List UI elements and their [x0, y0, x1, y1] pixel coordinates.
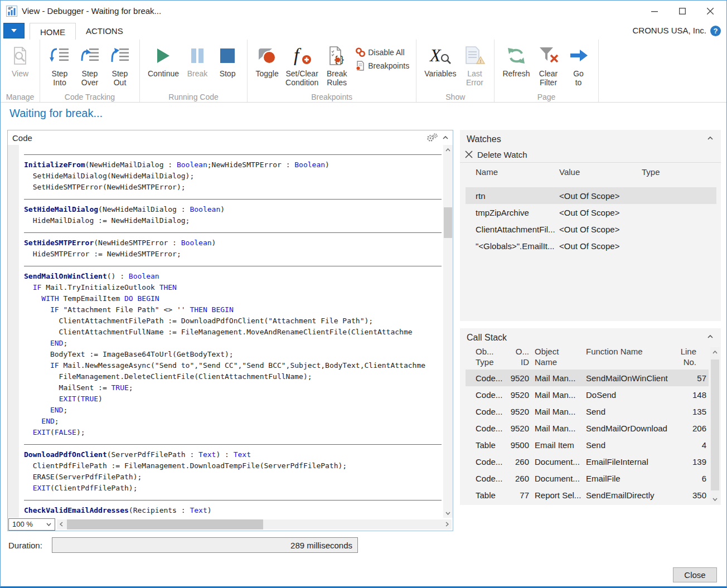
collapse-watches-chevron-up-icon[interactable]: [707, 137, 713, 140]
column-header-object-id[interactable]: O...ID: [508, 346, 529, 367]
breakpoints-button[interactable]: Breakpoints: [355, 59, 409, 72]
code-token: TRUE: [112, 383, 129, 392]
break-label: Break: [187, 69, 208, 78]
column-header-type[interactable]: Type: [642, 167, 721, 177]
call-stack-row[interactable]: Table77Report Sel...SendEmailDirectly350: [466, 487, 709, 503]
maximize-button[interactable]: [668, 1, 696, 22]
set-clear-condition-button[interactable]: f Set/Clear Condition: [282, 41, 322, 88]
code-token: ClientPdfFilePath := FileManagement.Down…: [24, 461, 347, 470]
view-button[interactable]: View: [5, 41, 35, 79]
call-stack-row[interactable]: Table9500Email ItemSend4: [466, 436, 709, 453]
watches-rows: rtn<Out Of Scope>tmpZipArchive<Out Of Sc…: [460, 181, 721, 254]
code-line: FileManagement.DeleteClientFile(ClientAt…: [24, 371, 443, 382]
column-header-line-no[interactable]: LineNo.: [666, 346, 696, 367]
code-token: [207, 305, 212, 314]
last-error-button[interactable]: ! Last Error: [459, 41, 489, 88]
watch-row[interactable]: tmpZipArchive<Out Of Scope>: [466, 204, 716, 221]
call-stack-row[interactable]: Code...9520Mail Man...SendMailOnWinClien…: [466, 370, 709, 386]
code-token: Boolean: [181, 239, 212, 247]
disable-all-button[interactable]: Disable All: [355, 46, 409, 59]
code-panel: Code InitializeFrom(NewHideMailDialog : …: [7, 130, 453, 531]
go-to-button[interactable]: Go to: [564, 41, 594, 88]
scroll-up-button[interactable]: [710, 347, 720, 357]
close-window-button[interactable]: [696, 1, 724, 22]
code-line: ClientAttachmentFullName := FileManageme…: [24, 327, 443, 338]
code-token: BodyText := ImageBase64ToUrl(GetBodyText…: [24, 350, 234, 358]
code-line: EXIT(TRUE): [24, 393, 443, 405]
toggle-breakpoint-icon: [256, 46, 278, 65]
call-stack-scrollbar[interactable]: [710, 347, 720, 504]
column-header-object-name[interactable]: ObjectName: [535, 346, 584, 367]
settings-gears-icon[interactable]: [426, 133, 438, 142]
toggle-breakpoint-button[interactable]: Toggle: [252, 41, 282, 79]
scroll-thumb[interactable]: [67, 519, 263, 529]
collapse-code-chevron-up-icon[interactable]: [443, 136, 448, 139]
call-stack-row[interactable]: Code...9520Mail Man...DoSend148: [466, 386, 709, 403]
close-button[interactable]: Close: [673, 567, 717, 582]
zoom-select[interactable]: 100 %: [8, 518, 55, 531]
call-stack-row[interactable]: Code...9520Mail Man...SendMailOrDownload…: [466, 420, 709, 436]
title-bar: View - Debugger - Waiting for break...: [1, 1, 726, 22]
watch-row[interactable]: rtn<Out Of Scope>: [466, 187, 716, 204]
column-header-value[interactable]: Value: [559, 167, 642, 177]
scroll-thumb[interactable]: [444, 207, 452, 238]
break-rules-button[interactable]: { } Break Rules: [322, 41, 352, 88]
call-stack-row[interactable]: Code...9520Mail Man...Send135: [466, 403, 709, 420]
column-header-object-type[interactable]: Ob...Type: [476, 346, 508, 367]
group-label-code-tracking: Code Tracking: [40, 93, 139, 101]
app-menu-button[interactable]: [3, 23, 25, 38]
delete-watch-button[interactable]: Delete Watch: [460, 147, 721, 163]
collapse-call-stack-chevron-up-icon[interactable]: [707, 335, 713, 338]
code-token: BEGIN: [212, 305, 234, 314]
column-header-function-name[interactable]: Function Name: [586, 346, 666, 367]
code-editor-area[interactable]: InitializeFrom(NewHideMailDialog : Boole…: [8, 145, 453, 518]
tab-actions[interactable]: ACTIONS: [76, 22, 133, 40]
scroll-right-button[interactable]: [443, 519, 452, 529]
call-stack-row[interactable]: Code...260Document...EmailFileInternal13…: [466, 453, 709, 470]
column-header-name[interactable]: Name: [476, 167, 559, 177]
code-line: HideMailDialog := NewHideMailDialog;: [24, 215, 443, 226]
code-token: Mail.NewMessageAsync("Send to","Send CC"…: [59, 361, 425, 370]
code-line: ClientPdfFilePath := FileManagement.Down…: [24, 460, 443, 472]
watch-cell: ClientAttachmentFil...: [476, 225, 559, 234]
continue-button[interactable]: Continue: [144, 41, 182, 79]
break-button[interactable]: Break: [182, 41, 212, 79]
help-icon[interactable]: ?: [710, 26, 721, 36]
chevron-down-icon: [445, 512, 450, 515]
code-token: IF: [50, 361, 59, 370]
call-stack-row[interactable]: Code...260Document...EmailFile6: [466, 470, 709, 487]
code-token: WITH: [41, 294, 59, 303]
stop-button[interactable]: Stop: [212, 41, 243, 79]
clear-filter-button[interactable]: Clear Filter: [534, 41, 564, 88]
code-token: [24, 417, 41, 425]
code-token: ClientAttachmentFullName := FileManageme…: [24, 328, 413, 336]
code-horizontal-scrollbar[interactable]: [57, 519, 452, 529]
code-token: Mail.TryInitializeOutlook: [41, 283, 159, 291]
watch-row[interactable]: "<Globals>".EmailIt...<Out Of Scope>: [466, 237, 716, 254]
step-over-button[interactable]: Step Over: [75, 41, 105, 88]
tab-home[interactable]: HOME: [30, 23, 76, 40]
code-token: FALSE: [55, 428, 76, 436]
call-stack-cell: 9520: [508, 390, 529, 400]
code-token: IF: [50, 305, 59, 314]
scroll-down-button[interactable]: [443, 508, 453, 518]
scroll-left-button[interactable]: [57, 519, 66, 529]
call-stack-cell: 57: [676, 373, 706, 383]
step-out-button[interactable]: Step Out: [105, 41, 135, 88]
step-into-button[interactable]: Step Into: [45, 41, 75, 88]
code-token: (NewHideMailDialog :: [85, 161, 177, 169]
call-stack-cell: SendEmailDirectly: [586, 490, 676, 500]
code-vertical-scrollbar[interactable]: [443, 145, 453, 518]
scroll-up-button[interactable]: [443, 145, 453, 154]
refresh-button[interactable]: Refresh: [499, 41, 533, 79]
watch-row[interactable]: ClientAttachmentFil...<Out Of Scope>: [466, 221, 716, 237]
code-token: [24, 395, 59, 403]
group-label-running-code: Running Code: [140, 93, 247, 101]
call-stack-header: Call Stack: [460, 328, 721, 345]
step-over-label: Step Over: [81, 69, 98, 87]
scroll-thumb[interactable]: [711, 359, 719, 490]
variables-button[interactable]: X Variables: [421, 41, 459, 79]
scroll-down-button[interactable]: [710, 494, 720, 504]
minimize-button[interactable]: [641, 1, 668, 22]
stop-icon: [220, 48, 235, 64]
